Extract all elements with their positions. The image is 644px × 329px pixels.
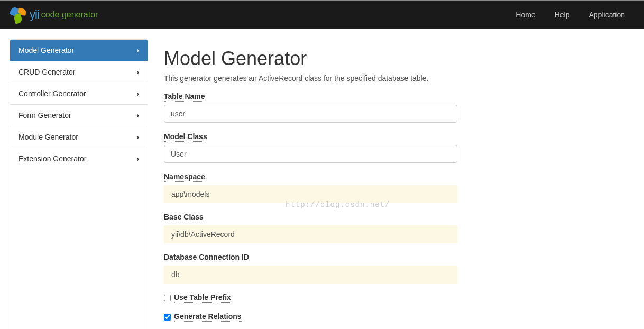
sidebar: Model Generator › CRUD Generator › Contr…	[10, 39, 148, 329]
brand-sub: code generator	[41, 10, 98, 20]
label-use-table-prefix: Use Table Prefix	[174, 293, 231, 303]
sidebar-item-label: Module Generator	[19, 133, 78, 141]
sidebar-item-label: Model Generator	[19, 46, 74, 54]
chevron-right-icon: ›	[136, 46, 139, 54]
nav-home[interactable]: Home	[506, 2, 545, 28]
yii-logo-icon	[10, 6, 26, 23]
field-base-class: Base Class yii\db\ActiveRecord	[164, 213, 613, 243]
label-db-connection: Database Connection ID	[164, 253, 249, 262]
sidebar-item-module-generator[interactable]: Module Generator ›	[10, 126, 148, 148]
sidebar-item-label: CRUD Generator	[19, 68, 75, 76]
chevron-right-icon: ›	[136, 68, 139, 76]
brand-logo[interactable]: yii code generator	[10, 6, 98, 23]
field-table-name: Table Name	[164, 92, 613, 123]
field-namespace: Namespace app\models	[164, 172, 613, 203]
chevron-right-icon: ›	[136, 133, 139, 141]
sidebar-item-extension-generator[interactable]: Extension Generator ›	[10, 148, 148, 169]
static-namespace[interactable]: app\models	[164, 185, 457, 203]
label-generate-relations: Generate Relations	[174, 312, 242, 322]
nav-application[interactable]: Application	[579, 2, 635, 28]
sidebar-item-label: Form Generator	[19, 111, 71, 120]
sidebar-item-label: Extension Generator	[19, 154, 86, 163]
checkbox-use-table-prefix[interactable]	[164, 295, 171, 301]
page-title: Model Generator	[164, 48, 613, 70]
label-base-class: Base Class	[164, 213, 204, 222]
field-model-class: Model Class	[164, 132, 613, 163]
label-table-name: Table Name	[164, 92, 205, 102]
field-db-connection: Database Connection ID db	[164, 253, 613, 284]
page-description: This generator generates an ActiveRecord…	[164, 74, 613, 83]
label-namespace: Namespace	[164, 172, 205, 182]
sidebar-item-form-generator[interactable]: Form Generator ›	[10, 105, 148, 126]
sidebar-item-label: Controller Generator	[19, 89, 86, 98]
main-container: Model Generator › CRUD Generator › Contr…	[0, 29, 644, 329]
field-use-table-prefix: Use Table Prefix	[164, 293, 613, 303]
static-base-class[interactable]: yii\db\ActiveRecord	[164, 225, 457, 243]
input-model-class[interactable]	[164, 145, 457, 163]
checkbox-generate-relations[interactable]	[164, 314, 171, 321]
label-model-class: Model Class	[164, 132, 207, 142]
sidebar-item-crud-generator[interactable]: CRUD Generator ›	[10, 61, 148, 83]
field-generate-relations: Generate Relations	[164, 312, 613, 322]
main-content: Model Generator This generator generates…	[164, 39, 613, 329]
input-table-name[interactable]	[164, 105, 457, 123]
nav-right: Home Help Application	[506, 2, 634, 28]
chevron-right-icon: ›	[136, 154, 139, 163]
static-db-connection[interactable]: db	[164, 266, 457, 284]
chevron-right-icon: ›	[136, 111, 139, 120]
nav-help[interactable]: Help	[545, 2, 579, 28]
chevron-right-icon: ›	[136, 89, 139, 98]
navbar: yii code generator Home Help Application	[0, 1, 644, 29]
sidebar-item-controller-generator[interactable]: Controller Generator ›	[10, 83, 148, 105]
brand-name: yii	[30, 8, 39, 22]
sidebar-item-model-generator[interactable]: Model Generator ›	[10, 40, 148, 61]
